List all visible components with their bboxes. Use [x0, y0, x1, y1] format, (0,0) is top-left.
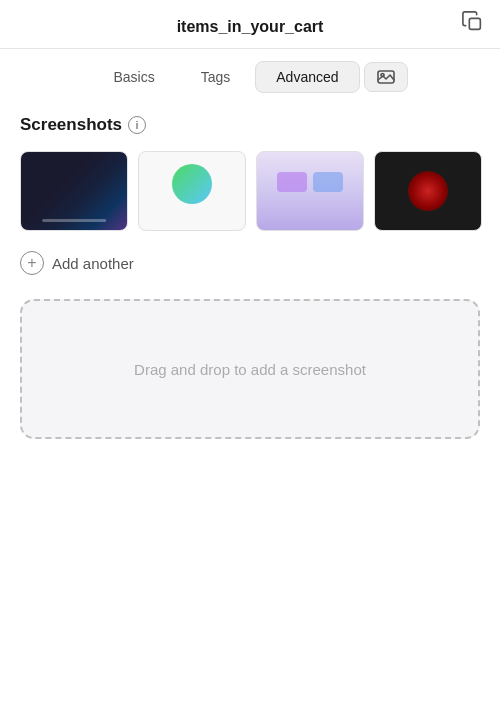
- add-icon: +: [20, 251, 44, 275]
- screenshots-title: Screenshots: [20, 115, 122, 135]
- screenshots-row: [20, 151, 480, 231]
- page-title: items_in_your_cart: [177, 18, 324, 36]
- tabs-bar: Basics Tags Advanced: [0, 49, 500, 105]
- header: items_in_your_cart: [0, 0, 500, 49]
- screenshot-thumb[interactable]: [256, 151, 364, 231]
- content-area: Screenshots i + Add another Drag and dro…: [0, 105, 500, 459]
- screenshot-thumb[interactable]: [20, 151, 128, 231]
- info-icon[interactable]: i: [128, 116, 146, 134]
- add-another-button[interactable]: + Add another: [20, 251, 480, 275]
- tab-basics[interactable]: Basics: [92, 61, 175, 93]
- drop-zone[interactable]: Drag and drop to add a screenshot: [20, 299, 480, 439]
- tab-tags[interactable]: Tags: [180, 61, 252, 93]
- screenshots-section-header: Screenshots i: [20, 115, 480, 135]
- tab-advanced[interactable]: Advanced: [255, 61, 359, 93]
- add-another-label: Add another: [52, 255, 134, 272]
- svg-rect-0: [469, 18, 480, 29]
- screenshot-thumb[interactable]: [374, 151, 482, 231]
- screenshot-thumb[interactable]: [138, 151, 246, 231]
- copy-icon[interactable]: [462, 11, 484, 37]
- tab-image-icon[interactable]: [364, 62, 408, 92]
- drop-zone-text: Drag and drop to add a screenshot: [134, 361, 366, 378]
